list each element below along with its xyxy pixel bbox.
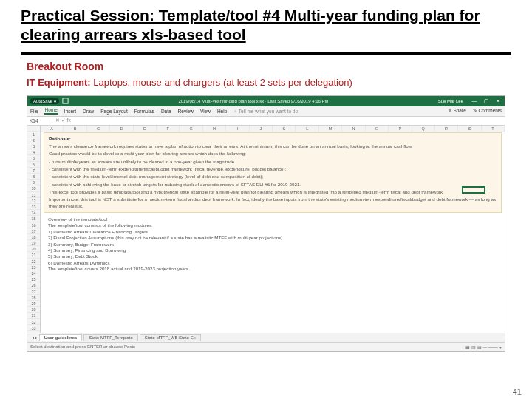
divider: [21, 52, 511, 55]
sheet-content: Rationale: The arrears clearance framewo…: [44, 132, 502, 276]
row-headers: 1234567891011121314151617181920212223242…: [27, 126, 41, 332]
sheet-nav-icon[interactable]: ◂ ▸: [32, 335, 38, 340]
titlebar: AutoSave ● 2019/08/14 Multi-year funding…: [27, 96, 505, 106]
slide-title: Practical Session: Template/tool #4 Mult…: [0, 0, 532, 48]
tab-page-layout[interactable]: Page Layout: [100, 109, 128, 114]
fx-icons[interactable]: ✕ ✓ fx: [52, 117, 74, 123]
tab-help[interactable]: Help: [217, 109, 227, 114]
excel-screenshot: AutoSave ● 2019/08/14 Multi-year funding…: [27, 95, 505, 352]
tab-review[interactable]: Review: [178, 109, 194, 114]
minimize-icon[interactable]: —: [471, 98, 478, 104]
tab-formulas[interactable]: Formulas: [134, 109, 154, 114]
name-box[interactable]: K14: [27, 118, 52, 123]
tab-data[interactable]: Data: [161, 109, 171, 114]
rationale-heading: Rationale:: [49, 136, 497, 142]
tab-draw[interactable]: Draw: [83, 109, 94, 114]
sheet-tab-guidelines[interactable]: User guidelines: [39, 334, 83, 341]
tab-insert[interactable]: Insert: [64, 109, 76, 114]
autosave-toggle[interactable]: AutoSave ●: [30, 98, 59, 104]
equip-text: Laptops, mouse and chargers (at least 2 …: [91, 77, 352, 88]
tab-home[interactable]: Home: [44, 107, 57, 115]
ribbon: File Home Insert Draw Page Layout Formul…: [27, 106, 505, 117]
comments-button[interactable]: ✎ Comments: [473, 108, 502, 114]
document-title: 2019/08/14 Multi-year funding plan tool.…: [72, 99, 434, 103]
tell-me-search[interactable]: ♀ Tell me what you want to do: [233, 109, 298, 114]
close-icon[interactable]: ✕: [494, 98, 502, 104]
active-cell-cursor: [462, 186, 485, 194]
sheet-tab-template[interactable]: State MTFF_Template: [83, 334, 137, 341]
grid: 1234567891011121314151617181920212223242…: [27, 126, 505, 332]
share-button[interactable]: ⇪ Share: [448, 108, 466, 114]
status-text: Select destination and press ENTER or ch…: [30, 344, 135, 349]
sheet-tab-example[interactable]: State MTFF_WB State Ex: [140, 334, 201, 341]
breakout-label: Breakout Room: [0, 61, 532, 77]
overview-block: Overview of the template/tool The templa…: [44, 214, 502, 275]
save-icon[interactable]: [62, 98, 69, 105]
window-controls: — ▢ ✕: [471, 98, 502, 104]
col-headers: ABCDEFGHIJKLMNOPQRST: [41, 126, 505, 132]
status-bar: Select destination and press ENTER or ch…: [27, 342, 505, 351]
svg-rect-0: [63, 98, 68, 103]
rationale-block: Rationale: The arrears clearance framewo…: [44, 132, 502, 214]
tab-file[interactable]: File: [30, 109, 38, 114]
tab-view[interactable]: View: [200, 109, 211, 114]
formula-bar: K14 ✕ ✓ fx: [27, 117, 505, 126]
slide-number: 41: [513, 387, 522, 396]
equip-label: IT Equipment:: [27, 77, 91, 88]
overview-heading: Overview of the template/tool: [48, 216, 497, 222]
view-icons[interactable]: ▦ ▥ ▤ — ─── +: [466, 344, 502, 349]
sheet-tabs: ◂ ▸ User guidelines State MTFF_Template …: [27, 332, 505, 342]
user-name[interactable]: Sue Mar Lee: [438, 99, 463, 103]
equipment-line: IT Equipment: Laptops, mouse and charger…: [0, 77, 532, 95]
maximize-icon[interactable]: ▢: [482, 98, 490, 104]
sheet-area[interactable]: ABCDEFGHIJKLMNOPQRST Rationale: The arre…: [41, 126, 505, 332]
